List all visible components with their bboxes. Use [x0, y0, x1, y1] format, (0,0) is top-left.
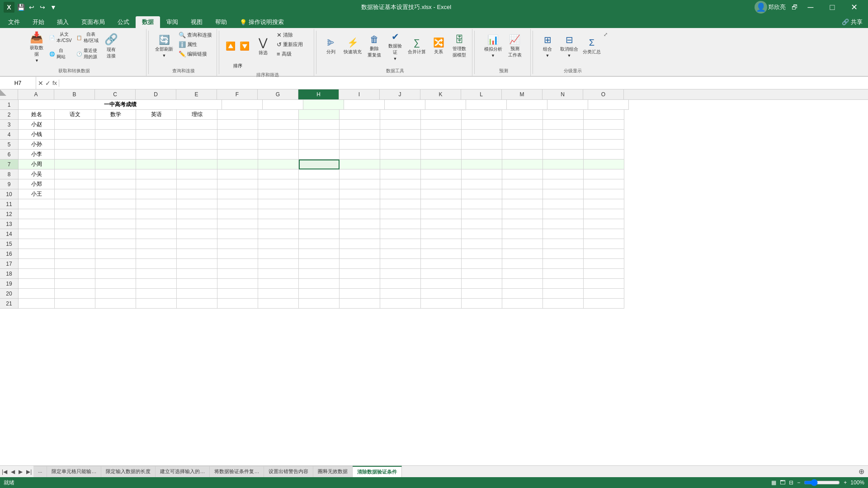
row-header-9[interactable]: 9	[0, 179, 18, 189]
cell-G7[interactable]	[258, 160, 299, 169]
cell-N10[interactable]	[543, 189, 584, 199]
cell-I3[interactable]	[340, 120, 380, 130]
cell-G8[interactable]	[258, 169, 299, 179]
btn-sort-az[interactable]: 🔼	[224, 30, 237, 62]
btn-existing-conn[interactable]: 🔗 现有连接	[101, 30, 121, 62]
cell-D20[interactable]	[136, 289, 177, 299]
tab-data[interactable]: 数据	[136, 16, 160, 28]
row-header-13[interactable]: 13	[0, 219, 18, 229]
cell-L10[interactable]	[462, 189, 502, 199]
page-break-icon[interactable]: ⊟	[789, 479, 793, 486]
cell-F14[interactable]	[217, 229, 258, 239]
cell-H2[interactable]	[299, 110, 340, 120]
add-sheet-button[interactable]: ⊕	[855, 467, 868, 476]
cell-E5[interactable]	[177, 140, 217, 150]
cell-D17[interactable]	[136, 259, 177, 269]
cell-K19[interactable]	[421, 279, 462, 289]
zoom-in-icon[interactable]: +	[844, 479, 847, 486]
cell-L6[interactable]	[462, 150, 502, 160]
cell-E4[interactable]	[177, 130, 217, 140]
cell-A19[interactable]	[19, 279, 55, 289]
cell-O11[interactable]	[584, 199, 624, 209]
cell-B16[interactable]	[55, 249, 95, 259]
cell-A16[interactable]	[19, 249, 55, 259]
cell-H4[interactable]	[299, 130, 340, 140]
cell-D7[interactable]	[136, 160, 177, 169]
cell-G5[interactable]	[258, 140, 299, 150]
cell-K18[interactable]	[421, 269, 462, 279]
cell-H3[interactable]	[299, 120, 340, 130]
cell-J17[interactable]	[380, 259, 421, 269]
zoom-out-icon[interactable]: −	[797, 479, 800, 486]
cell-J9[interactable]	[380, 179, 421, 189]
row-header-20[interactable]: 20	[0, 289, 18, 299]
btn-clear[interactable]: ✕清除	[275, 31, 311, 39]
confirm-formula-icon[interactable]: ✓	[45, 80, 51, 87]
cell-F3[interactable]	[217, 120, 258, 130]
cell-H15[interactable]	[299, 239, 340, 249]
cell-G16[interactable]	[258, 249, 299, 259]
cell-A9[interactable]: 小郑	[19, 179, 55, 189]
cell-K6[interactable]	[421, 150, 462, 160]
user-avatar[interactable]: 👤	[755, 1, 767, 14]
col-header-J[interactable]: J	[380, 89, 420, 99]
cell-K9[interactable]	[421, 179, 462, 189]
cell-I6[interactable]	[340, 150, 380, 160]
row-header-7[interactable]: 7	[0, 160, 18, 169]
cell-B6[interactable]	[55, 150, 95, 160]
cell-M11[interactable]	[502, 199, 543, 209]
cell-B14[interactable]	[55, 229, 95, 239]
cell-B18[interactable]	[55, 269, 95, 279]
cell-M8[interactable]	[502, 169, 543, 179]
cell-A20[interactable]	[19, 289, 55, 299]
cell-O2[interactable]	[584, 110, 624, 120]
cell-M9[interactable]	[502, 179, 543, 189]
cell-O12[interactable]	[584, 209, 624, 219]
cell-N9[interactable]	[543, 179, 584, 189]
cell-M17[interactable]	[502, 259, 543, 269]
cell-C7[interactable]	[95, 160, 136, 169]
cell-N1[interactable]	[547, 100, 588, 110]
btn-from-web[interactable]: 🌐自网站	[47, 46, 73, 61]
cell-O13[interactable]	[584, 219, 624, 229]
row-header-8[interactable]: 8	[0, 169, 18, 179]
col-header-O[interactable]: O	[583, 89, 624, 99]
row-header-15[interactable]: 15	[0, 239, 18, 249]
sheet-nav-last[interactable]: ▶|	[24, 469, 33, 475]
cell-A6[interactable]: 小李	[19, 150, 55, 160]
cell-A13[interactable]	[19, 219, 55, 229]
cell-B17[interactable]	[55, 259, 95, 269]
cell-B21[interactable]	[55, 299, 95, 309]
cell-O5[interactable]	[584, 140, 624, 150]
cell-K17[interactable]	[421, 259, 462, 269]
cell-I8[interactable]	[340, 169, 380, 179]
btn-data-valid[interactable]: ✔ 数据验证 ▼	[385, 30, 405, 62]
cell-J2[interactable]	[380, 110, 421, 120]
btn-consolidate[interactable]: ∑ 合并计算	[406, 30, 428, 62]
cell-M10[interactable]	[502, 189, 543, 199]
btn-data-model[interactable]: 🗄 管理数据模型	[449, 30, 469, 62]
row-header-1[interactable]: 1	[0, 100, 18, 110]
cell-I10[interactable]	[340, 189, 380, 199]
cell-L13[interactable]	[462, 219, 502, 229]
row-header-19[interactable]: 19	[0, 279, 18, 289]
cell-O4[interactable]	[584, 130, 624, 140]
cell-C19[interactable]	[95, 279, 136, 289]
cell-K1[interactable]	[425, 100, 466, 110]
cell-G20[interactable]	[258, 289, 299, 299]
btn-reapply[interactable]: ↺重新应用	[275, 40, 311, 49]
cell-M1[interactable]	[507, 100, 547, 110]
cell-M6[interactable]	[502, 150, 543, 160]
cell-B20[interactable]	[55, 289, 95, 299]
cell-O21[interactable]	[584, 299, 624, 309]
btn-subtotal[interactable]: Σ 分类汇总	[581, 30, 603, 62]
cell-I20[interactable]	[340, 289, 380, 299]
cell-J11[interactable]	[380, 199, 421, 209]
col-header-L[interactable]: L	[461, 89, 502, 99]
col-header-G[interactable]: G	[258, 89, 298, 99]
tab-home[interactable]: 开始	[26, 16, 51, 28]
col-header-N[interactable]: N	[542, 89, 583, 99]
cell-D11[interactable]	[136, 199, 177, 209]
cell-M14[interactable]	[502, 229, 543, 239]
cell-E9[interactable]	[177, 179, 217, 189]
